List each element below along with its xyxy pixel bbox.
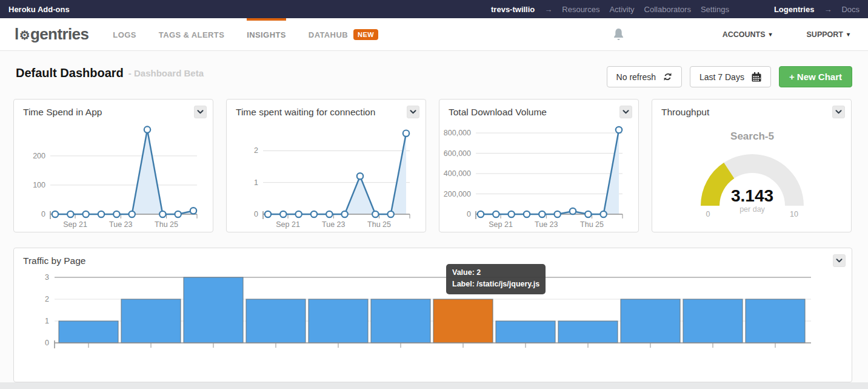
chart-title: Traffic by Page [14, 248, 852, 269]
calendar-icon [752, 72, 761, 82]
nav-item-tags-alerts[interactable]: TAGS & ALERTS [159, 18, 224, 51]
navbar-right: ACCOUNTS ▾ SUPPORT ▾ [613, 28, 850, 41]
nav-item-label: TAGS & ALERTS [159, 30, 224, 39]
svg-text:0: 0 [706, 210, 710, 218]
heroku-link-collaborators[interactable]: Collaborators [644, 5, 691, 14]
accounts-menu[interactable]: ACCOUNTS ▾ [723, 30, 772, 39]
header-actions: No refresh Last 7 Days [607, 66, 852, 87]
heroku-app-name[interactable]: trevs-twillio [491, 5, 535, 14]
chart-card-download-volume: Total Download Volume Sep 21Tue 23Thu 25… [439, 99, 639, 232]
chart-title: Time spent waiting for connection [227, 100, 426, 120]
svg-text:0: 0 [467, 210, 471, 218]
chart-title: Total Download Volume [439, 100, 638, 120]
svg-text:200: 200 [33, 152, 45, 160]
svg-text:3: 3 [45, 273, 49, 282]
svg-text:1: 1 [45, 317, 49, 325]
svg-text:1: 1 [254, 178, 258, 187]
heroku-brand-logentries: Logentries [774, 5, 814, 14]
svg-text:200,000: 200,000 [444, 190, 471, 198]
chart-card-time-spend: Time Spend in App Sep 21Tue 23Thu 250100… [13, 99, 213, 232]
support-menu[interactable]: SUPPORT ▾ [807, 30, 850, 39]
heroku-link-docs[interactable]: Docs [841, 5, 860, 14]
svg-text:2: 2 [45, 295, 49, 303]
svg-text:0: 0 [41, 210, 45, 218]
refresh-icon [663, 72, 672, 81]
svg-text:Search-5: Search-5 [730, 130, 774, 142]
heroku-link-activity[interactable]: Activity [609, 5, 634, 14]
svg-text:2: 2 [254, 146, 258, 155]
svg-text:Thu 25: Thu 25 [155, 220, 178, 229]
gauge-chart-throughput[interactable]: Search-53.143per day010 [652, 121, 852, 235]
gear-icon: ⚙ [19, 28, 30, 42]
svg-text:3.143: 3.143 [731, 186, 773, 205]
chart-title: Time Spend in App [14, 100, 213, 120]
svg-text:600,000: 600,000 [444, 149, 471, 158]
accounts-label: ACCOUNTS [723, 30, 766, 39]
heroku-topbar: Heroku Add-ons trevs-twillio → Resources… [0, 0, 868, 18]
svg-text:Sep 21: Sep 21 [276, 220, 300, 229]
chart-options-button[interactable] [194, 106, 207, 118]
nav-item-logs[interactable]: LOGS [113, 18, 136, 51]
page-title: Default Dashboard [16, 66, 124, 80]
chart-options-button[interactable] [832, 106, 845, 118]
date-range-label: Last 7 Days [699, 72, 744, 82]
line-chart-download-volume[interactable]: Sep 21Tue 23Thu 250200,000400,000600,000… [439, 121, 639, 235]
svg-text:Thu 25: Thu 25 [367, 220, 391, 229]
svg-text:0: 0 [45, 339, 49, 347]
new-badge: NEW [353, 29, 378, 40]
notifications-button[interactable] [613, 28, 624, 41]
heroku-product-label: Heroku Add-ons [8, 5, 70, 14]
refresh-interval-label: No refresh [616, 72, 656, 82]
caret-down-icon: ▾ [847, 31, 850, 38]
page-subtitle: - Dashboard Beta [129, 68, 204, 78]
logentries-logo[interactable]: l⚙gentries [15, 25, 88, 44]
heroku-link-settings[interactable]: Settings [701, 5, 729, 14]
chart-options-button[interactable] [407, 106, 419, 118]
page-header: Default Dashboard - Dashboard Beta No re… [0, 51, 868, 87]
line-chart-time-spend[interactable]: Sep 21Tue 23Thu 250100200 [14, 121, 214, 235]
charts-row: Time Spend in App Sep 21Tue 23Thu 250100… [0, 87, 868, 232]
chart-options-button[interactable] [833, 254, 846, 267]
svg-text:Thu 25: Thu 25 [580, 220, 604, 229]
chart-card-traffic: Traffic by Page 0123 Value: 2 Label: /st… [13, 248, 852, 382]
heroku-topbar-right: trevs-twillio → Resources Activity Colla… [491, 5, 860, 14]
app-window: Heroku Add-ons trevs-twillio → Resources… [0, 0, 868, 382]
chart-title: Throughput [652, 100, 851, 120]
chart-card-wait-time: Time spent waiting for connection Sep 21… [226, 99, 426, 232]
caret-down-icon: ▾ [769, 31, 772, 38]
svg-text:0: 0 [254, 210, 258, 218]
svg-text:10: 10 [790, 210, 798, 218]
main-navbar: l⚙gentries LOGS TAGS & ALERTS INSIGHTS D… [0, 18, 868, 51]
chevron-down-icon [197, 110, 204, 114]
svg-text:Tue 23: Tue 23 [535, 220, 558, 229]
nav-items: LOGS TAGS & ALERTS INSIGHTS DATAHUB NEW [113, 18, 401, 51]
chevron-down-icon [836, 259, 843, 263]
svg-text:Tue 23: Tue 23 [322, 220, 346, 229]
chevron-down-icon [835, 110, 842, 114]
refresh-interval-button[interactable]: No refresh [607, 66, 682, 87]
svg-text:800,000: 800,000 [444, 129, 471, 137]
svg-text:Sep 21: Sep 21 [489, 220, 513, 229]
nav-item-insights[interactable]: INSIGHTS [247, 18, 286, 51]
support-label: SUPPORT [807, 30, 843, 39]
svg-text:100: 100 [33, 181, 45, 189]
arrow-right-icon: → [824, 5, 832, 14]
nav-item-label: INSIGHTS [247, 30, 286, 39]
bar-chart-traffic[interactable]: 0123 [14, 269, 853, 376]
svg-text:per day: per day [739, 205, 765, 214]
line-chart-wait-time[interactable]: Sep 21Tue 23Thu 25012 [227, 121, 427, 235]
chart-tooltip: Value: 2 Label: /static/js/jquery.js [446, 264, 546, 294]
nav-item-label: DATAHUB [309, 30, 348, 39]
bell-icon [613, 28, 624, 41]
heroku-link-resources[interactable]: Resources [562, 5, 599, 14]
tooltip-label: Label: /static/js/jquery.js [452, 279, 539, 290]
tooltip-value: Value: 2 [452, 267, 539, 279]
date-range-button[interactable]: Last 7 Days [690, 66, 771, 87]
svg-text:400,000: 400,000 [444, 169, 471, 178]
new-chart-button[interactable]: + New Chart [779, 66, 852, 87]
nav-item-label: LOGS [113, 30, 136, 39]
logo-text-pre: l [15, 25, 19, 44]
arrow-right-icon: → [544, 5, 552, 14]
nav-item-datahub[interactable]: DATAHUB NEW [309, 18, 378, 51]
chart-options-button[interactable] [619, 106, 632, 118]
